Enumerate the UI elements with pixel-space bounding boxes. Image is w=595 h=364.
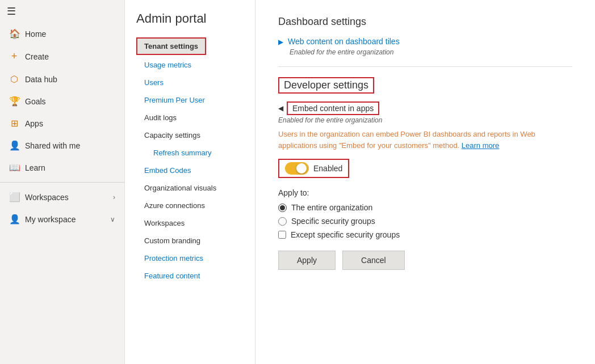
hamburger-icon[interactable]: ☰ xyxy=(7,5,16,18)
sidebar-item-sharedwithme[interactable]: 👤 Shared with me xyxy=(0,134,124,156)
nav-item-custom-branding[interactable]: Custom branding xyxy=(136,232,255,249)
radio-entire-org[interactable] xyxy=(278,204,287,212)
apply-button[interactable]: Apply xyxy=(278,251,336,270)
sidebar-item-learn[interactable]: 📖 Learn xyxy=(0,156,124,179)
nav-item-embed-codes[interactable]: Embed Codes xyxy=(136,162,255,179)
nav-item-org-visuals[interactable]: Organizational visuals xyxy=(136,179,255,197)
sharedwithme-icon: 👤 xyxy=(9,140,19,151)
admin-portal-title: Admin portal xyxy=(136,11,255,26)
except-specific-groups-checkbox[interactable] xyxy=(278,231,286,239)
cancel-button[interactable]: Cancel xyxy=(342,251,405,270)
myworkspace-icon: 👤 xyxy=(9,214,19,225)
developer-settings-title: Developer settings xyxy=(284,79,368,91)
radio-entire-org-label: The entire organization xyxy=(291,203,372,212)
nav-item-premium-per-user[interactable]: Premium Per User xyxy=(136,91,255,109)
goals-icon: 🏆 xyxy=(9,96,19,107)
nav-item-users[interactable]: Users xyxy=(136,74,255,91)
chevron-down-icon: ∨ xyxy=(110,215,115,223)
apply-to-label: Apply to: xyxy=(278,188,572,197)
sidebar-item-label: Home xyxy=(25,29,46,39)
radio-specific-groups[interactable] xyxy=(278,217,287,226)
datahub-icon: ⬡ xyxy=(9,74,19,84)
nav-item-capacity-settings[interactable]: Capacity settings xyxy=(136,126,255,144)
except-specific-groups-label: Except specific security groups xyxy=(291,230,400,239)
toggle-container: Enabled xyxy=(278,159,349,178)
toggle-label: Enabled xyxy=(313,164,342,173)
nav-item-audit-logs[interactable]: Audit logs xyxy=(136,109,255,126)
sidebar-item-label: Goals xyxy=(25,97,46,106)
sidebar-item-create[interactable]: + Create xyxy=(0,45,124,68)
sidebar-item-label: Shared with me xyxy=(25,141,80,150)
sidebar-item-myworkspace[interactable]: 👤 My workspace ∨ xyxy=(0,208,124,230)
sidebar-myworkspace-label: My workspace xyxy=(25,215,76,224)
workspaces-icon: ⬜ xyxy=(9,192,19,202)
nav-item-featured-content[interactable]: Featured content xyxy=(136,267,255,285)
sidebar-item-label: Learn xyxy=(25,163,45,172)
embed-content-name: Embed content in apps xyxy=(292,104,374,113)
sidebar-item-label: Data hub xyxy=(25,75,57,84)
sidebar: 🏠 Home + Create ⬡ Data hub 🏆 Goals ⊞ App… xyxy=(0,0,125,364)
expand-icon[interactable]: ▶ xyxy=(278,38,283,46)
home-icon: 🏠 xyxy=(9,28,19,39)
sidebar-item-goals[interactable]: 🏆 Goals xyxy=(0,90,124,112)
nav-panel: Admin portal Tenant settings Usage metri… xyxy=(125,0,255,364)
action-buttons: Apply Cancel xyxy=(278,251,572,270)
sidebar-item-workspaces[interactable]: ⬜ Workspaces › xyxy=(0,186,124,208)
collapse-icon[interactable]: ◀ xyxy=(278,104,283,112)
nav-item-usage-metrics[interactable]: Usage metrics xyxy=(136,56,255,74)
enabled-toggle[interactable] xyxy=(285,162,309,175)
nav-item-tenant-settings[interactable]: Tenant settings xyxy=(137,39,205,54)
embed-content-sub: Enabled for the entire organization xyxy=(278,116,572,124)
learn-icon: 📖 xyxy=(9,162,19,173)
web-content-setting-name: Web content on dashboard tiles xyxy=(288,37,400,46)
nav-item-protection-metrics[interactable]: Protection metrics xyxy=(136,249,255,267)
sidebar-item-datahub[interactable]: ⬡ Data hub xyxy=(0,68,124,90)
content-panel: Dashboard settings ▶ Web content on dash… xyxy=(255,0,595,364)
sidebar-item-label: Apps xyxy=(25,119,43,128)
learn-more-link[interactable]: Learn more xyxy=(462,141,499,150)
apps-icon: ⊞ xyxy=(9,118,19,129)
nav-item-azure-connections[interactable]: Azure connections xyxy=(136,197,255,214)
web-content-sub: Enabled for the entire organization xyxy=(290,48,572,56)
sidebar-item-apps[interactable]: ⊞ Apps xyxy=(0,112,124,134)
sidebar-item-label: Create xyxy=(25,52,49,61)
radio-specific-groups-label: Specific security groups xyxy=(291,217,375,226)
dashboard-settings-title: Dashboard settings xyxy=(278,16,572,28)
embed-content-desc: Users in the organization can embed Powe… xyxy=(278,129,551,151)
nav-item-workspaces[interactable]: Workspaces xyxy=(136,214,255,232)
toggle-knob xyxy=(296,163,307,173)
chevron-right-icon: › xyxy=(113,193,115,201)
sidebar-workspaces-label: Workspaces xyxy=(25,193,69,202)
nav-item-refresh-summary[interactable]: Refresh summary xyxy=(136,144,255,162)
main-content: Admin portal Tenant settings Usage metri… xyxy=(125,0,595,364)
sidebar-item-home[interactable]: 🏠 Home xyxy=(0,23,124,45)
create-icon: + xyxy=(9,50,19,62)
